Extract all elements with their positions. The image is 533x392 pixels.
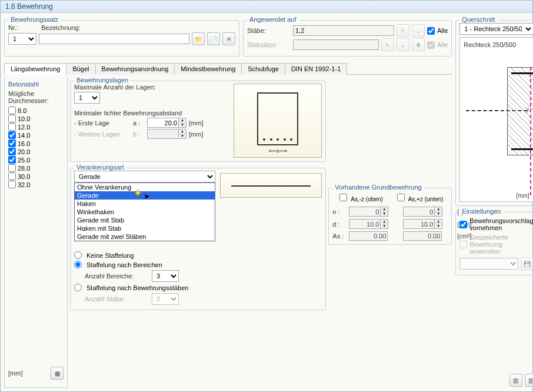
anz-staebe-select: 2	[152, 293, 179, 305]
tab-buegel[interactable]: Bügel	[66, 63, 95, 75]
n-bot	[403, 207, 435, 217]
erste-unit: [mm]	[189, 119, 203, 127]
copy-icon[interactable]: 📄	[207, 32, 220, 45]
betonstahl-legend: Betonstahl	[8, 81, 64, 88]
radio-bereiche[interactable]: Staffelung nach Bereichen	[74, 261, 322, 268]
pick-sets-icon: ↖	[381, 38, 394, 51]
grund-legend: Vorhandene Grundbewehrung	[332, 184, 424, 191]
verankerung-option[interactable]: Gerade mit zwei Stäben	[75, 232, 215, 241]
tab-schubfuge[interactable]: Schubfuge	[241, 63, 285, 75]
spin-up-icon[interactable]: ▲	[179, 118, 186, 123]
diam-14.0[interactable]: 14.0	[8, 131, 64, 139]
layout2-icon[interactable]: ▥	[525, 374, 533, 387]
alle-sets-check: Alle	[427, 41, 448, 49]
opt-gespeichert: Gespeicherte Bewehrung anwenden:	[459, 234, 533, 255]
nr-label: Nr.:	[8, 24, 39, 31]
delete-icon[interactable]: ✕	[222, 32, 235, 45]
stabsaetze-field	[293, 39, 379, 50]
anz-staebe-label: Anzahl Stäbe:	[85, 295, 149, 303]
dialog-window: 1.6 Bewehrung Bewehrungssatz Nr.: Bezeic…	[0, 0, 533, 392]
bewehrungssatz-group: Bewehrungssatz Nr.: Bezeichnung: 1 📁 📄 ✕	[4, 20, 239, 57]
diam-12.0[interactable]: 12.0	[8, 123, 64, 131]
tab-din[interactable]: DIN EN 1992-1-1	[285, 63, 347, 75]
diam-16.0[interactable]: 16.0	[8, 139, 64, 147]
min-abstand-label: Minimaler lichter Bewehrungsabstand	[74, 109, 229, 117]
diam-unit: [mm]	[8, 370, 22, 377]
weitere-value	[147, 129, 179, 139]
save-icon: 💾	[521, 257, 533, 270]
lage-graphic: ⟵a⟶	[234, 84, 322, 158]
querschnitt-group: Querschnitt 1 - Rechteck 250/500 Rechtec…	[455, 20, 533, 206]
layout1-icon[interactable]: ▥	[509, 374, 522, 387]
anz-bereiche-select[interactable]: 3	[152, 270, 179, 282]
diam-25.0[interactable]: 25.0	[8, 156, 64, 164]
filter-staebe-icon: ⌄	[412, 24, 425, 37]
tab-laengs[interactable]: Längsbewehrung	[4, 63, 66, 75]
alle-staebe-check[interactable]: Alle	[427, 27, 448, 35]
anz-bereiche-label: Anzahl Bereiche:	[85, 273, 149, 280]
as-top-check[interactable]: As,-z (oben)	[337, 192, 383, 203]
tab-anordnung[interactable]: Bewehrungsanordnung	[95, 63, 175, 75]
verankerung-option[interactable]: Haken mit Stab	[75, 224, 215, 232]
verankerung-graphic	[220, 173, 322, 198]
pick-staebe-icon: ↖	[397, 24, 409, 37]
n-top	[349, 207, 381, 217]
lagen-legend: Bewehrungslagen	[74, 77, 131, 84]
filter-sets-icon: ⌄	[397, 38, 409, 51]
spin-down-icon[interactable]: ▼	[179, 123, 186, 127]
verankerung-option[interactable]: Haken	[75, 200, 215, 208]
max-lagen-label: Maximale Anzahl der Lagen:	[74, 84, 229, 91]
d-bot	[403, 219, 435, 229]
nr-select[interactable]: 1	[8, 33, 36, 45]
verankerung-options[interactable]: Ohne VerankerungGeradeHakenWinkelhakenGe…	[74, 182, 215, 241]
saved-select	[459, 258, 518, 270]
diam-8.0[interactable]: 8.0	[8, 107, 64, 114]
erste-value[interactable]	[147, 118, 179, 128]
weitere-unit: [mm]	[189, 131, 203, 138]
radio-staebe[interactable]: Staffelung nach Bewehrungsstäben	[74, 284, 322, 291]
grund-group: Vorhandene Grundbewehrung As,-z (oben) A…	[328, 188, 452, 245]
d-top	[349, 219, 381, 229]
diam-10.0[interactable]: 10.0	[8, 115, 64, 122]
diam-30.0[interactable]: 30.0	[8, 172, 64, 180]
radio-keine[interactable]: Keine Staffelung	[74, 251, 322, 259]
diam-desc: Mögliche Durchmesser:	[8, 90, 64, 104]
bewehrungssatz-legend: Bewehrungssatz	[8, 16, 61, 23]
verankerung-option[interactable]: Winkelhaken	[75, 208, 215, 216]
weitere-label: - Weitere Lagen	[74, 131, 131, 138]
diam-20.0[interactable]: 20.0	[8, 148, 64, 155]
max-lagen-select[interactable]: 1	[74, 92, 100, 104]
einstellungen-group: Einstellungen Bewehrungsvorschlag vorneh…	[455, 212, 533, 275]
as-bot	[403, 231, 442, 241]
as-top	[349, 231, 388, 241]
bezeichnung-label: Bezeichnung:	[41, 24, 81, 31]
erste-label: - Erste Lage	[74, 119, 131, 127]
verankerung-select[interactable]: Gerade	[74, 171, 215, 182]
angewendet-legend: Angewendet auf	[247, 16, 299, 23]
verankerung-group: Verankerungsart Gerade Ohne VerankerungG…	[70, 168, 326, 310]
diameter-list: 8.010.012.014.016.020.025.028.030.032.0	[8, 107, 64, 188]
diam-lib-icon[interactable]: ▦	[51, 367, 64, 380]
staebe-label: Stäbe:	[247, 27, 291, 34]
bezeichnung-input[interactable]	[39, 34, 189, 44]
opt-vorschlag[interactable]: Bewehrungsvorschlag vornehmen	[459, 217, 533, 231]
new-set-icon: ✚	[412, 38, 425, 51]
diam-32.0[interactable]: 32.0	[8, 181, 64, 188]
betonstahl-group: Betonstahl Mögliche Durchmesser: 8.010.0…	[4, 77, 68, 388]
verankerung-option[interactable]: Gerade	[75, 191, 215, 200]
tab-mindest[interactable]: Mindestbewehrung	[174, 63, 242, 75]
querschnitt-preview: Rechteck 250/500 y z [mm]	[459, 37, 533, 202]
open-icon[interactable]: 📁	[192, 32, 205, 45]
verankerung-option[interactable]: Ohne Verankerung	[75, 183, 215, 191]
einstellungen-legend: Einstellungen	[459, 208, 503, 215]
verankerung-option[interactable]: Gerade mit Stab	[75, 216, 215, 224]
diam-28.0[interactable]: 28.0	[8, 164, 64, 172]
verankerung-legend: Verankerungsart	[74, 164, 126, 171]
as-bot-check[interactable]: As,+z (unten)	[395, 192, 444, 203]
lagen-group: Bewehrungslagen Maximale Anzahl der Lage…	[70, 81, 326, 162]
querschnitt-select[interactable]: 1 - Rechteck 250/500	[459, 23, 533, 35]
tab-bar: Längsbewehrung Bügel Bewehrungsanordnung…	[4, 62, 452, 75]
window-title: 1.6 Bewehrung	[1, 1, 532, 13]
verankerung-dropdown[interactable]: Gerade Ohne VerankerungGeradeHakenWinkel…	[74, 171, 215, 198]
weitere-sym: b :	[133, 131, 145, 138]
